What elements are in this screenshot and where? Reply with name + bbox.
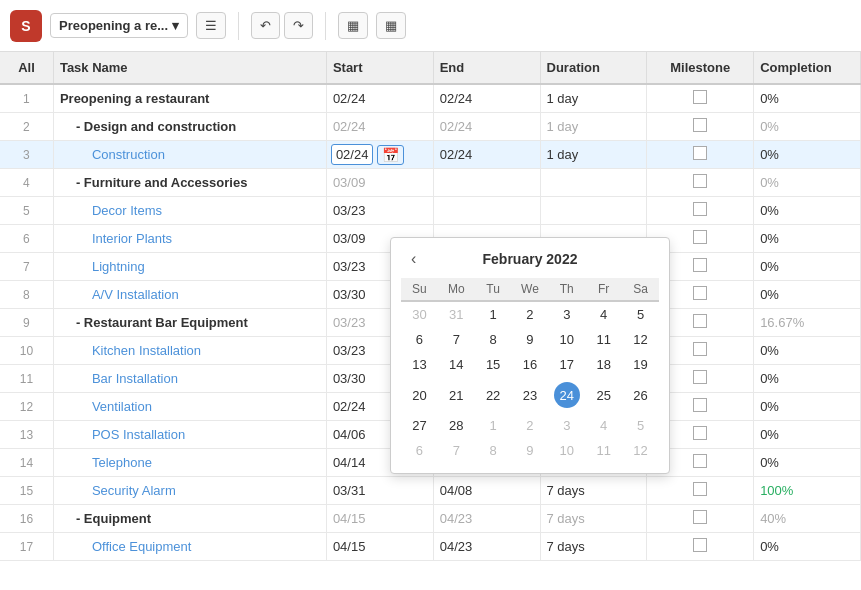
- milestone-checkbox[interactable]: [693, 342, 707, 356]
- task-milestone[interactable]: [647, 84, 754, 113]
- task-milestone[interactable]: [647, 533, 754, 561]
- milestone-checkbox[interactable]: [693, 454, 707, 468]
- milestone-checkbox[interactable]: [693, 370, 707, 384]
- cal-day[interactable]: 18: [585, 352, 622, 377]
- cal-day[interactable]: 28: [438, 413, 475, 438]
- task-end[interactable]: [433, 169, 540, 197]
- cal-day[interactable]: 25: [585, 377, 622, 413]
- cal-day[interactable]: 17: [548, 352, 585, 377]
- redo-button[interactable]: ↷: [284, 12, 313, 39]
- cal-day[interactable]: 20: [401, 377, 438, 413]
- milestone-checkbox[interactable]: [693, 258, 707, 272]
- task-start[interactable]: 04/15: [326, 533, 433, 561]
- task-end[interactable]: 02/24: [433, 113, 540, 141]
- menu-button[interactable]: ☰: [196, 12, 226, 39]
- cal-day[interactable]: 8: [475, 438, 512, 463]
- col-duration[interactable]: Duration: [540, 52, 647, 84]
- view-toggle-2[interactable]: ▦: [376, 12, 406, 39]
- cal-day[interactable]: 16: [512, 352, 549, 377]
- task-name[interactable]: Lightning: [53, 253, 326, 281]
- col-start[interactable]: Start: [326, 52, 433, 84]
- cal-day[interactable]: 4: [585, 301, 622, 327]
- task-end[interactable]: 04/23: [433, 533, 540, 561]
- milestone-checkbox[interactable]: [693, 146, 707, 160]
- task-end[interactable]: 02/24: [433, 141, 540, 169]
- task-end[interactable]: [433, 197, 540, 225]
- col-task-name[interactable]: Task Name: [53, 52, 326, 84]
- milestone-checkbox[interactable]: [693, 538, 707, 552]
- cal-prev-btn[interactable]: ‹: [405, 248, 422, 270]
- cal-day[interactable]: 4: [585, 413, 622, 438]
- task-duration[interactable]: [540, 197, 647, 225]
- cal-day[interactable]: 30: [401, 301, 438, 327]
- col-completion[interactable]: Completion: [754, 52, 861, 84]
- task-end[interactable]: 02/24: [433, 84, 540, 113]
- cal-day[interactable]: 19: [622, 352, 659, 377]
- cal-day[interactable]: 21: [438, 377, 475, 413]
- cal-day[interactable]: 5: [622, 413, 659, 438]
- cal-day[interactable]: 9: [512, 327, 549, 352]
- task-name[interactable]: Office Equipment: [53, 533, 326, 561]
- task-duration[interactable]: 7 days: [540, 505, 647, 533]
- task-name[interactable]: Decor Items: [53, 197, 326, 225]
- task-name[interactable]: Interior Plants: [53, 225, 326, 253]
- cal-day[interactable]: 12: [622, 438, 659, 463]
- project-title-btn[interactable]: Preopening a re... ▾: [50, 13, 188, 38]
- cal-day[interactable]: 11: [585, 327, 622, 352]
- milestone-checkbox[interactable]: [693, 510, 707, 524]
- task-milestone[interactable]: [647, 477, 754, 505]
- task-name[interactable]: - Restaurant Bar Equipment: [53, 309, 326, 337]
- cal-day[interactable]: 11: [585, 438, 622, 463]
- task-duration[interactable]: 1 day: [540, 113, 647, 141]
- task-start[interactable]: 02/24: [326, 113, 433, 141]
- task-name[interactable]: Preopening a restaurant: [53, 84, 326, 113]
- milestone-checkbox[interactable]: [693, 398, 707, 412]
- task-duration[interactable]: [540, 169, 647, 197]
- cal-day[interactable]: 27: [401, 413, 438, 438]
- task-name[interactable]: Security Alarm: [53, 477, 326, 505]
- task-milestone[interactable]: [647, 169, 754, 197]
- cal-day[interactable]: 10: [548, 327, 585, 352]
- task-end[interactable]: 04/23: [433, 505, 540, 533]
- cal-day[interactable]: 3: [548, 301, 585, 327]
- task-name[interactable]: - Design and construction: [53, 113, 326, 141]
- task-name[interactable]: A/V Installation: [53, 281, 326, 309]
- task-name[interactable]: Telephone: [53, 449, 326, 477]
- cal-day[interactable]: 14: [438, 352, 475, 377]
- cal-day[interactable]: 13: [401, 352, 438, 377]
- task-milestone[interactable]: [647, 141, 754, 169]
- cal-day[interactable]: 8: [475, 327, 512, 352]
- task-start[interactable]: 03/23: [326, 197, 433, 225]
- task-duration[interactable]: 1 day: [540, 84, 647, 113]
- task-milestone[interactable]: [647, 505, 754, 533]
- col-all[interactable]: All: [0, 52, 53, 84]
- task-name[interactable]: Construction: [53, 141, 326, 169]
- milestone-checkbox[interactable]: [693, 90, 707, 104]
- cal-day[interactable]: 2: [512, 413, 549, 438]
- milestone-checkbox[interactable]: [693, 482, 707, 496]
- cal-day[interactable]: 7: [438, 438, 475, 463]
- cal-day[interactable]: 10: [548, 438, 585, 463]
- cal-day[interactable]: 12: [622, 327, 659, 352]
- cal-day[interactable]: 22: [475, 377, 512, 413]
- cal-day[interactable]: 26: [622, 377, 659, 413]
- task-name[interactable]: Kitchen Installation: [53, 337, 326, 365]
- undo-button[interactable]: ↶: [251, 12, 280, 39]
- cal-day[interactable]: 7: [438, 327, 475, 352]
- milestone-checkbox[interactable]: [693, 230, 707, 244]
- task-name[interactable]: POS Installation: [53, 421, 326, 449]
- view-toggle-1[interactable]: ▦: [338, 12, 368, 39]
- milestone-checkbox[interactable]: [693, 286, 707, 300]
- cal-day[interactable]: 15: [475, 352, 512, 377]
- cal-day[interactable]: 24: [548, 377, 585, 413]
- cal-day[interactable]: 2: [512, 301, 549, 327]
- cal-day[interactable]: 1: [475, 413, 512, 438]
- task-start[interactable]: 04/15: [326, 505, 433, 533]
- task-name[interactable]: - Equipment: [53, 505, 326, 533]
- task-name[interactable]: - Furniture and Accessories: [53, 169, 326, 197]
- cal-day[interactable]: 23: [512, 377, 549, 413]
- task-end[interactable]: 04/08: [433, 477, 540, 505]
- cal-day[interactable]: 31: [438, 301, 475, 327]
- cal-day[interactable]: 3: [548, 413, 585, 438]
- milestone-checkbox[interactable]: [693, 314, 707, 328]
